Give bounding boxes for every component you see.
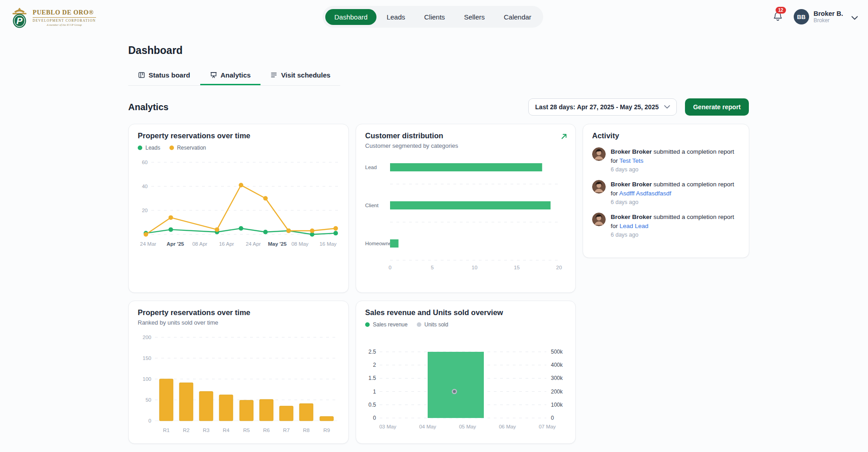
person-avatar-icon	[592, 213, 606, 226]
user-role: Broker	[814, 17, 843, 24]
section-title: Analytics	[128, 102, 169, 112]
activity-item: Broker Broker submitted a completion rep…	[592, 180, 740, 205]
svg-text:06 May: 06 May	[499, 424, 516, 429]
generate-report-button[interactable]: Generate report	[685, 98, 749, 116]
sales-revenue-legend-dot	[365, 322, 370, 327]
svg-text:5: 5	[431, 265, 434, 270]
svg-text:R7: R7	[283, 428, 290, 433]
arrow-up-right-icon	[561, 133, 567, 140]
svg-text:200: 200	[143, 335, 151, 340]
tab-analytics[interactable]: Analytics	[200, 70, 261, 85]
user-menu-button[interactable]	[851, 13, 858, 21]
card-title: Property reservations over time	[138, 131, 339, 140]
nav-item-dashboard[interactable]: Dashboard	[325, 9, 376, 25]
presentation-chart-icon	[210, 72, 217, 78]
user-name: Broker B.	[814, 10, 843, 18]
card-sales-units: Sales revenue and Units sold overview Sa…	[356, 301, 576, 444]
svg-text:Lead: Lead	[365, 165, 377, 170]
svg-text:50: 50	[145, 397, 151, 403]
card-subtitle: Customer segmented by categories	[365, 142, 566, 149]
nav-item-leads[interactable]: Leads	[377, 9, 414, 25]
activity-target-link[interactable]: Lead Lead	[620, 223, 649, 229]
line-chart-legend: Leads Reservation	[138, 145, 339, 151]
user-avatar[interactable]: BB	[794, 9, 809, 24]
svg-text:R3: R3	[203, 428, 210, 433]
activity-item: Broker Broker submitted a completion rep…	[592, 147, 740, 173]
activity-timestamp: 6 days ago	[611, 232, 738, 238]
activity-actor: Broker Broker	[611, 148, 652, 155]
svg-text:2: 2	[373, 362, 376, 368]
activity-item: Broker Broker submitted a completion rep…	[592, 213, 740, 238]
nav-item-calendar[interactable]: Calendar	[495, 9, 540, 25]
card-reservations-line: Property reservations over time Leads Re…	[128, 124, 349, 293]
svg-text:150: 150	[143, 355, 151, 361]
activity-avatar	[592, 213, 606, 226]
svg-text:40: 40	[142, 184, 148, 189]
activity-avatar	[592, 147, 606, 161]
units-sold-legend-dot	[417, 322, 421, 327]
nav-item-sellers[interactable]: Sellers	[455, 9, 494, 25]
svg-text:R5: R5	[243, 428, 250, 433]
dashboard-tabs: Status board Analytics Visit schedules	[128, 70, 340, 86]
svg-text:24 Mar: 24 Mar	[140, 241, 156, 247]
analytics-section-header: Analytics Last 28 days: Apr 27, 2025 - M…	[128, 98, 749, 116]
customer-distribution-chart: LeadClientHomeowner05101520	[365, 155, 567, 272]
svg-text:20: 20	[556, 265, 562, 270]
card-customer-distribution: Customer distribution Customer segmented…	[356, 124, 576, 293]
card-activity: Activity Broker Broker submitted a compl…	[583, 124, 749, 258]
top-header: P PUEBLO DE ORO® DEVELOPMENT CORPORATION…	[0, 0, 868, 29]
svg-text:24 Apr: 24 Apr	[246, 241, 260, 247]
card-title: Sales revenue and Units sold overview	[365, 308, 566, 317]
svg-text:20: 20	[142, 208, 148, 213]
svg-text:0.5: 0.5	[368, 402, 376, 408]
svg-text:0: 0	[551, 415, 554, 421]
notification-badge: 12	[776, 7, 786, 14]
activity-timestamp: 6 days ago	[611, 199, 738, 205]
analytics-grid: Property reservations over time Leads Re…	[128, 124, 749, 444]
brand-subtitle: DEVELOPMENT CORPORATION	[33, 19, 96, 23]
activity-target-link[interactable]: Asdfff Asdfasdfasdf	[619, 190, 671, 197]
brand-logo: P PUEBLO DE ORO® DEVELOPMENT CORPORATION…	[10, 7, 96, 28]
activity-avatar	[592, 180, 606, 194]
svg-text:2.5: 2.5	[368, 349, 376, 355]
svg-text:500k: 500k	[551, 349, 563, 355]
svg-text:1.5: 1.5	[368, 375, 376, 381]
chevron-down-icon	[664, 105, 670, 109]
tab-status-board[interactable]: Status board	[128, 70, 200, 85]
svg-text:16 Apr: 16 Apr	[219, 241, 234, 247]
card-title: Customer distribution	[365, 131, 566, 140]
svg-text:R8: R8	[303, 428, 310, 433]
page-title: Dashboard	[128, 44, 749, 57]
activity-title: Activity	[592, 131, 740, 140]
list-rows-icon	[270, 72, 277, 78]
notifications-button[interactable]: 12	[773, 11, 783, 23]
brand-monogram: P	[16, 16, 23, 26]
svg-text:Client: Client	[365, 203, 379, 208]
svg-text:R1: R1	[163, 428, 170, 433]
activity-timestamp: 6 days ago	[611, 166, 738, 173]
activity-actor: Broker Broker	[611, 214, 652, 220]
svg-text:R4: R4	[223, 428, 230, 433]
leads-legend-dot	[138, 146, 142, 150]
expand-link-button[interactable]	[561, 133, 567, 141]
svg-text:15: 15	[514, 265, 520, 270]
nav-item-clients[interactable]: Clients	[415, 9, 454, 25]
date-range-dropdown[interactable]: Last 28 days: Apr 27, 2025 - May 25, 202…	[528, 98, 677, 116]
svg-text:R6: R6	[263, 428, 270, 433]
reservation-legend-dot	[169, 146, 174, 150]
svg-text:08 Apr: 08 Apr	[192, 241, 207, 247]
main-nav: Dashboard Leads Clients Sellers Calendar	[323, 6, 543, 28]
svg-text:05 May: 05 May	[459, 424, 476, 429]
svg-text:100k: 100k	[551, 402, 563, 408]
activity-target-link[interactable]: Test Tets	[619, 157, 643, 164]
svg-text:04 May: 04 May	[419, 424, 436, 429]
svg-text:Homeowner: Homeowner	[365, 241, 393, 246]
sales-units-combo-chart: 000.5100k1200k1.5300k2400k2.5500k03 May0…	[365, 336, 567, 433]
activity-actor: Broker Broker	[611, 181, 652, 188]
user-area: 12 BB Broker B. Broker	[773, 9, 858, 24]
svg-text:1: 1	[373, 389, 376, 395]
card-reservations-ranked: Property reservations over time Ranked b…	[128, 301, 349, 444]
tab-visit-schedules[interactable]: Visit schedules	[260, 70, 340, 85]
brand-tagline: A member of the ICCP Group	[33, 23, 96, 26]
card-subtitle: Ranked by units sold over time	[138, 319, 339, 326]
